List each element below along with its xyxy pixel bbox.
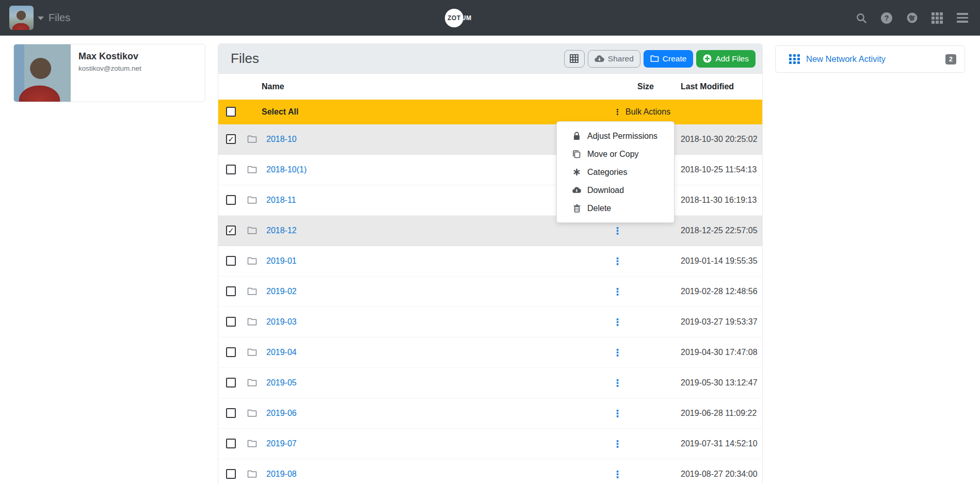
row-actions-icon[interactable]	[613, 469, 622, 480]
row-checkbox[interactable]	[226, 134, 236, 144]
globe-icon[interactable]	[906, 12, 918, 24]
folder-icon	[247, 348, 257, 357]
folder-link[interactable]: 2019-05	[266, 378, 297, 388]
row-last-modified: 2018-11-30 16:19:13	[681, 196, 757, 205]
menu-item-download[interactable]: Download	[557, 181, 674, 199]
breadcrumb[interactable]: Files	[49, 0, 70, 36]
table-row: 2019-042019-04-30 17:47:08	[218, 337, 762, 368]
folder-icon	[247, 196, 257, 204]
row-checkbox[interactable]	[226, 469, 236, 479]
row-last-modified: 2018-10-25 11:54:13	[681, 165, 757, 174]
row-checkbox[interactable]	[226, 317, 236, 327]
folder-link[interactable]: 2019-06	[266, 409, 297, 418]
menu-item-adjust-permissions[interactable]: Adjust Permissions	[557, 127, 674, 145]
row-actions-icon[interactable]	[613, 408, 622, 420]
folder-link[interactable]: 2019-08	[266, 470, 297, 479]
profile-name[interactable]: Max Kostikov	[78, 51, 141, 62]
table-row: 2019-062019-06-28 11:09:22	[218, 398, 762, 429]
table-row: 2019-022019-02-28 12:48:56	[218, 277, 762, 307]
row-checkbox[interactable]	[226, 439, 236, 448]
folder-link[interactable]: 2019-03	[266, 317, 297, 327]
table-row: 2019-052019-05-30 13:12:47	[218, 368, 762, 398]
folder-link[interactable]: 2018-12	[266, 226, 297, 235]
add-files-button[interactable]: Add Files	[696, 50, 756, 68]
row-actions-icon[interactable]	[613, 438, 622, 450]
menu-icon[interactable]	[956, 12, 969, 24]
file-rows: 2018-102018-10-30 20:25:022018-10(1)2018…	[218, 124, 762, 484]
new-network-activity-link[interactable]: New Network Activity	[806, 54, 886, 64]
folder-icon	[247, 440, 257, 448]
row-checkbox[interactable]	[226, 378, 236, 388]
new-network-activity-card[interactable]: New Network Activity 2	[775, 45, 965, 73]
plus-circle-icon	[703, 54, 712, 63]
row-checkbox[interactable]	[226, 408, 236, 418]
folder-link[interactable]: 2019-07	[266, 439, 297, 448]
row-last-modified: 2018-10-30 20:25:02	[681, 135, 758, 144]
menu-item-label: Download	[587, 186, 624, 195]
folder-icon	[247, 166, 257, 174]
menu-item-label: Delete	[587, 204, 611, 213]
menu-item-label: Categories	[587, 168, 627, 177]
table-row: 2019-032019-03-27 19:53:37	[218, 307, 762, 337]
row-last-modified: 2019-03-27 19:53:37	[681, 317, 758, 327]
menu-item-label: Move or Copy	[587, 150, 639, 159]
table-row: 2018-112018-11-30 16:19:13	[218, 185, 762, 216]
row-actions-icon[interactable]	[613, 225, 622, 237]
table-row: 2018-10(1)2018-10-25 11:54:13	[218, 155, 762, 185]
section-title: Files	[231, 51, 259, 67]
row-checkbox[interactable]	[226, 286, 236, 296]
search-icon[interactable]	[855, 12, 867, 24]
shared-label: Shared	[608, 54, 634, 63]
folder-icon	[247, 470, 257, 478]
chevron-down-icon[interactable]	[38, 17, 44, 20]
row-checkbox[interactable]	[226, 347, 236, 357]
lock-icon	[572, 132, 581, 140]
table-row: 2019-082019-08-27 20:34:00	[218, 459, 762, 484]
zotum-logo[interactable]: ZOT UM	[445, 8, 472, 28]
folder-link[interactable]: 2019-02	[266, 287, 297, 296]
folder-link[interactable]: 2018-11	[266, 196, 296, 205]
profile-photo[interactable]	[14, 44, 71, 102]
folder-icon	[650, 55, 659, 62]
create-button[interactable]: Create	[644, 50, 694, 68]
files-section-header: Files Sh	[218, 44, 762, 74]
row-last-modified: 2019-06-28 11:09:22	[681, 409, 757, 418]
help-icon[interactable]: ?	[880, 12, 893, 24]
menu-item-categories[interactable]: Categories	[557, 163, 674, 181]
apps-grid-icon[interactable]	[931, 12, 943, 24]
shared-button[interactable]: Shared	[588, 50, 640, 68]
folder-link[interactable]: 2018-10	[266, 135, 297, 144]
row-checkbox[interactable]	[226, 195, 236, 205]
files-section: Files Sh	[218, 43, 763, 484]
profile-email: kostikov@zotum.net	[78, 64, 141, 72]
row-checkbox[interactable]	[226, 225, 236, 235]
menu-item-delete[interactable]: Delete	[557, 199, 674, 217]
table-row: 2018-122018-12-25 22:57:05	[218, 216, 762, 246]
page: Files ZOT UM ?	[0, 0, 980, 484]
folder-icon	[247, 135, 257, 143]
grid-view-button[interactable]	[564, 50, 585, 68]
row-actions-icon[interactable]	[613, 255, 622, 267]
user-avatar[interactable]	[9, 6, 34, 30]
bulk-actions-button[interactable]: Bulk Actions	[614, 107, 670, 117]
row-actions-icon[interactable]	[613, 377, 622, 389]
row-last-modified: 2019-01-14 19:55:35	[681, 256, 758, 266]
row-checkbox[interactable]	[226, 256, 236, 266]
column-header-size: Size	[637, 74, 654, 100]
help-glyph: ?	[885, 14, 889, 22]
folder-link[interactable]: 2019-01	[266, 256, 297, 266]
profile-card: Max Kostikov kostikov@zotum.net	[13, 44, 205, 102]
row-checkbox[interactable]	[226, 165, 236, 174]
folder-link[interactable]: 2018-10(1)	[266, 165, 307, 174]
column-header-name: Name	[262, 74, 284, 100]
folder-icon	[247, 227, 257, 235]
select-all-checkbox[interactable]	[226, 107, 236, 117]
navbar-icons: ?	[855, 0, 969, 36]
row-last-modified: 2019-07-31 14:52:10	[681, 439, 758, 448]
row-actions-icon[interactable]	[613, 286, 622, 298]
row-actions-icon[interactable]	[613, 316, 622, 328]
row-actions-icon[interactable]	[613, 347, 622, 359]
menu-item-move-or-copy[interactable]: Move or Copy	[557, 145, 674, 163]
ellipsis-icon	[614, 107, 621, 117]
folder-link[interactable]: 2019-04	[266, 348, 297, 357]
